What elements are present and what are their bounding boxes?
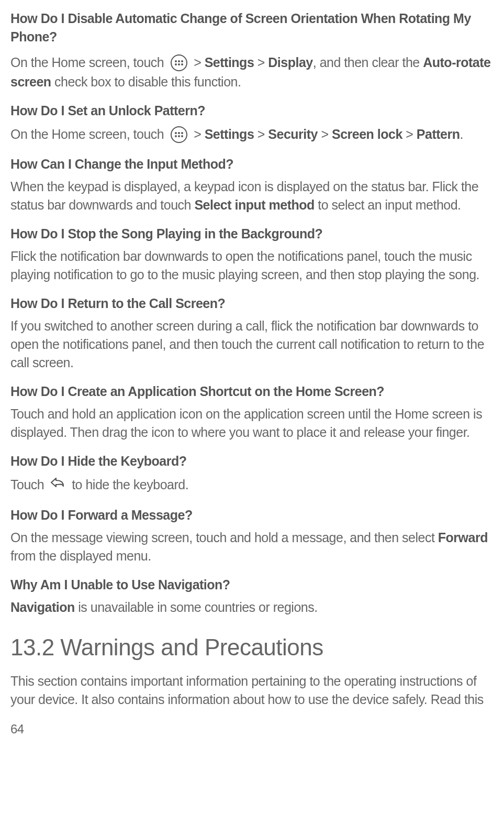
faq-answer: On the Home screen, touch > Settings > D…	[10, 53, 495, 91]
text: .	[460, 127, 463, 141]
faq-answer: Flick the notification bar downwards to …	[10, 247, 495, 284]
faq-answer: On the message viewing screen, touch and…	[10, 529, 495, 565]
nav-settings: Settings	[205, 127, 254, 141]
text: On the Home screen, touch	[10, 55, 167, 70]
faq-question: How Do I Create an Application Shortcut …	[10, 382, 495, 401]
text: On the Home screen, touch	[10, 127, 167, 141]
text: from the displayed menu.	[10, 548, 151, 563]
section-heading: 13.2 Warnings and Precautions	[10, 631, 495, 664]
sep: >	[254, 127, 268, 141]
nav-screen-lock: Screen lock	[332, 127, 402, 141]
sep: >	[194, 55, 205, 70]
bold-select-input: Select input method	[194, 197, 314, 212]
faq-question: Why Am I Unable to Use Navigation?	[10, 576, 495, 594]
apps-icon	[171, 126, 187, 143]
nav-display: Display	[268, 55, 312, 70]
back-icon	[50, 476, 65, 494]
faq-question: How Do I Return to the Call Screen?	[10, 294, 495, 313]
section-body: This section contains important informat…	[10, 672, 495, 709]
text: to hide the keyboard.	[72, 477, 188, 492]
faq-answer: If you switched to another screen during…	[10, 317, 495, 372]
faq-question: How Do I Forward a Message?	[10, 506, 495, 524]
text: On the message viewing screen, touch and…	[10, 530, 438, 545]
faq-answer: When the keypad is displayed, a keypad i…	[10, 178, 495, 214]
faq-question: How Do I Disable Automatic Change of Scr…	[10, 9, 495, 46]
text: Touch	[10, 477, 48, 492]
faq-answer: Touch to hide the keyboard.	[10, 476, 495, 496]
nav-pattern: Pattern	[417, 127, 460, 141]
bold-forward: Forward	[438, 530, 488, 545]
faq-answer: Navigation is unavailable in some countr…	[10, 598, 495, 617]
sep: >	[402, 127, 417, 141]
text: is unavailable in some countries or regi…	[75, 600, 318, 614]
apps-icon	[171, 54, 187, 71]
sep: >	[318, 127, 332, 141]
faq-question: How Do I Set an Unlock Pattern?	[10, 102, 495, 120]
faq-answer: On the Home screen, touch > Settings > S…	[10, 125, 495, 145]
text: to select an input method.	[315, 197, 461, 212]
faq-question: How Can I Change the Input Method?	[10, 155, 495, 173]
text: check box to disable this function.	[51, 74, 241, 89]
faq-question: How Do I Hide the Keyboard?	[10, 452, 495, 470]
faq-question: How Do I Stop the Song Playing in the Ba…	[10, 225, 495, 243]
sep: >	[194, 127, 205, 141]
bold-navigation: Navigation	[10, 600, 75, 614]
page-number: 64	[10, 720, 495, 738]
nav-security: Security	[268, 127, 318, 141]
sep: >	[254, 55, 268, 70]
faq-answer: Touch and hold an application icon on th…	[10, 405, 495, 442]
text: , and then clear the	[313, 55, 423, 70]
nav-settings: Settings	[205, 55, 254, 70]
